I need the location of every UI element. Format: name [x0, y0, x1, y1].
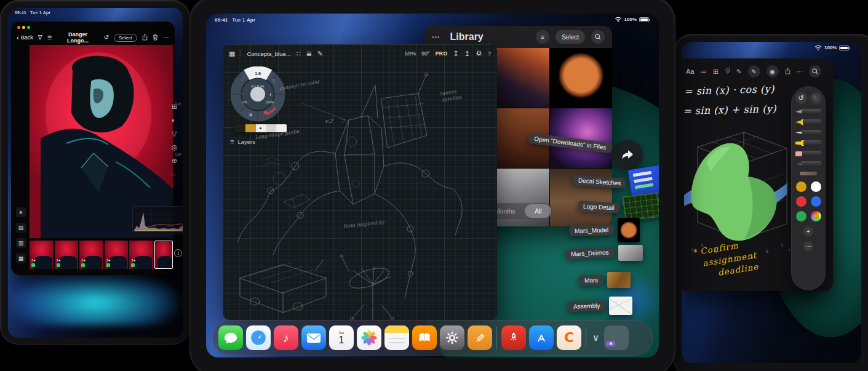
watercolor-tool[interactable]: [800, 172, 817, 175]
import-icon[interactable]: ↧: [453, 50, 459, 57]
checklist-icon[interactable]: ≔: [700, 68, 707, 75]
select-button[interactable]: Select: [114, 34, 137, 42]
photo-canvas[interactable]: [30, 45, 173, 238]
dock-icon-photos[interactable]: [357, 325, 381, 350]
share-forward-button[interactable]: [612, 140, 643, 170]
share-icon[interactable]: [142, 34, 148, 42]
drag-item-assembly[interactable]: Assembly: [568, 297, 632, 315]
auto-enhance-icon[interactable]: ∗: [16, 207, 26, 217]
undo-button[interactable]: ↺: [795, 92, 807, 104]
palette-more-button[interactable]: ⋯: [803, 241, 813, 251]
table-icon[interactable]: ⊞: [713, 68, 719, 75]
filmstrip-thumb-selected[interactable]: [154, 241, 173, 269]
dock-icon-settings[interactable]: [440, 325, 464, 350]
precision-icon[interactable]: ∷: [297, 50, 301, 57]
swatch-red[interactable]: [796, 196, 806, 207]
redo-button[interactable]: ↻: [810, 92, 822, 104]
center-status-time: 09:41: [215, 17, 228, 23]
eraser-tool[interactable]: [795, 151, 821, 156]
dock-app-library[interactable]: ★: [604, 325, 629, 350]
copy-edits-icon[interactable]: ▥: [16, 238, 26, 248]
dock-icon-drawing-app[interactable]: ✎: [468, 325, 492, 350]
file-format-icon[interactable]: ▦: [16, 253, 26, 263]
assembly-thumbnail: [609, 297, 632, 315]
filmstrip-thumb[interactable]: 3★: [105, 241, 129, 269]
monoline-pen-tool[interactable]: [795, 130, 821, 135]
dock-icon-app-store[interactable]: [529, 325, 554, 350]
adjust-icon[interactable]: ◐: [172, 117, 178, 124]
search-icon[interactable]: [809, 65, 821, 78]
shapes-tool-button[interactable]: ◉: [766, 65, 779, 78]
window-controls-icon[interactable]: •••: [432, 34, 440, 41]
repair-icon[interactable]: ◌: [172, 171, 178, 178]
markup-icon[interactable]: ✎: [736, 68, 742, 75]
help-button[interactable]: ?: [488, 50, 491, 57]
close-window-icon[interactable]: [17, 26, 20, 29]
share-icon[interactable]: [785, 68, 790, 76]
rotation-value[interactable]: 90°: [421, 50, 430, 57]
back-button[interactable]: ‹ Back: [17, 34, 33, 41]
pen-tool[interactable]: [795, 109, 821, 114]
view-options-icon[interactable]: ≡: [536, 30, 549, 44]
layers-panel-icon[interactable]: ≣: [306, 50, 312, 57]
highlighter-tool[interactable]: [795, 140, 821, 146]
dock-icon-messages[interactable]: [218, 325, 243, 350]
concepts-title[interactable]: Concepts_blue...: [247, 50, 290, 57]
dock-icon-books[interactable]: [412, 325, 437, 350]
more-icon[interactable]: ⋯: [163, 34, 169, 41]
filmstrip-thumb[interactable]: 3★: [55, 241, 79, 269]
vignette-icon[interactable]: ▽: [172, 130, 178, 137]
dock-icon-c-app[interactable]: C: [557, 325, 581, 350]
minimize-window-icon[interactable]: [22, 26, 25, 29]
pro-badge[interactable]: PRO: [436, 50, 448, 57]
drag-item-mars-deimos[interactable]: Mars_Deimos: [565, 245, 643, 261]
dock-icon-music[interactable]: ♪: [274, 325, 298, 350]
settings-gear-icon[interactable]: [476, 50, 482, 58]
drag-item-mars-model[interactable]: Mars_Model: [569, 218, 640, 242]
photo-mars-globe[interactable]: [550, 48, 612, 108]
pen-tool-button[interactable]: ✎: [748, 65, 760, 78]
dock-icon-notes[interactable]: [384, 325, 409, 350]
dock-chevron-icon[interactable]: ∨: [591, 332, 601, 343]
pen-mode-icon[interactable]: ✎: [317, 50, 323, 57]
dock-icon-mail[interactable]: [301, 325, 326, 350]
attachment-icon[interactable]: [725, 68, 730, 76]
fountain-pen-tool[interactable]: [795, 119, 821, 125]
add-tool-button[interactable]: +: [803, 226, 813, 236]
filmstrip-thumb[interactable]: 3★: [79, 241, 103, 269]
drag-item-mars[interactable]: Mars: [579, 272, 631, 288]
ipad-left-screen: 09:41 Tue 1 Apr ‹ Back ∇ ≣ Danger Longo.…: [8, 8, 183, 338]
gallery-icon[interactable]: ▦: [229, 50, 235, 57]
filter-icon[interactable]: ∇: [38, 34, 42, 41]
drag-item-logo-detail[interactable]: Logo Detail: [578, 194, 659, 219]
filmstrip-thumb[interactable]: 3★: [30, 241, 54, 269]
sort-icon[interactable]: ≣: [47, 34, 52, 41]
format-button[interactable]: Aa: [686, 68, 694, 75]
window-controls[interactable]: [17, 26, 30, 29]
swatch-white[interactable]: [811, 182, 821, 192]
color-wheel-icon[interactable]: ⊕: [172, 158, 178, 164]
export-icon[interactable]: ↥: [464, 50, 470, 57]
dock-icon-rocket-app[interactable]: [501, 325, 526, 350]
crayon-tool[interactable]: [795, 161, 821, 167]
export-batch-icon[interactable]: ▤: [16, 223, 26, 233]
filmstrip-thumb[interactable]: 3★: [129, 241, 153, 269]
dock-icon-calendar[interactable]: Tue1: [329, 325, 354, 350]
zoom-window-icon[interactable]: [27, 26, 30, 29]
zoom-level[interactable]: 59%: [405, 50, 416, 57]
swatch-green[interactable]: [796, 211, 806, 221]
swatch-gold[interactable]: [796, 182, 806, 192]
swatch-color-picker[interactable]: [811, 211, 821, 221]
tab-all[interactable]: All: [525, 204, 551, 218]
swatch-blue[interactable]: [811, 196, 821, 207]
info-button[interactable]: i: [174, 249, 182, 257]
drag-item-decal-sketches[interactable]: Decal Sketches: [573, 167, 659, 196]
trash-icon[interactable]: [153, 34, 158, 42]
more-icon[interactable]: ⋯: [797, 68, 803, 75]
library-select-button[interactable]: Select: [555, 30, 585, 44]
center-status-date: Tue 1 Apr: [232, 17, 255, 23]
undo-icon[interactable]: ↺: [103, 34, 108, 41]
search-icon[interactable]: [591, 30, 605, 44]
dock-icon-safari[interactable]: [246, 325, 271, 350]
exposure-icon[interactable]: ◎: [172, 144, 178, 151]
